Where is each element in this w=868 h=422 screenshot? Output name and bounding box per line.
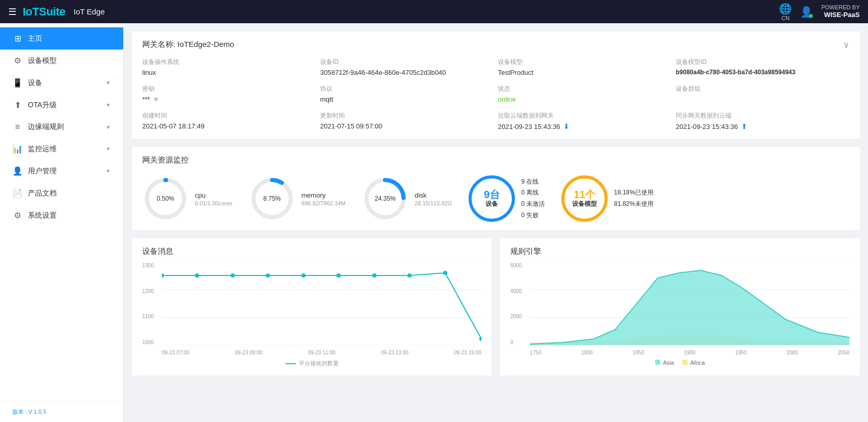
field-device-id: 设备ID 3058712f-9a46-464e-860e-4705c2d3b04… xyxy=(320,58,494,76)
download-cloud-icon[interactable]: ⬇ xyxy=(563,122,570,131)
line-chart-svg xyxy=(162,263,481,345)
sidebar-item-monitor[interactable]: 📊 监控运维 ▼ xyxy=(0,138,123,160)
sidebar-item-device[interactable]: 📱 设备 ▼ xyxy=(0,72,123,94)
memory-detail: 696.82/7962.34M xyxy=(302,200,346,206)
field-status-label: 状态 xyxy=(498,85,672,93)
disk-info: disk 28.15/115.62G xyxy=(414,191,452,206)
sidebar-item-user-mgmt[interactable]: 👤 用户管理 ▼ xyxy=(0,160,123,182)
product-doc-icon: 📄 xyxy=(12,188,23,198)
disk-donut: 24.35% disk 28.15/115.62G xyxy=(362,175,452,222)
user-menu[interactable]: 👤 xyxy=(800,6,813,18)
eye-icon[interactable]: 👁 xyxy=(153,96,159,103)
field-model-value: TestProduct xyxy=(498,69,672,76)
field-model-id-value: b9080a4b-c780-4053-ba7d-403a98594943 xyxy=(676,69,849,76)
field-sync-row: 2021-09-23 15:43:36 ⬆ xyxy=(676,122,849,131)
x-label-0700: 09-23 07:00 xyxy=(162,350,189,355)
svg-point-15 xyxy=(337,273,341,278)
svg-point-17 xyxy=(407,273,411,278)
asia-legend-label: Asia xyxy=(663,360,674,366)
devices-info: 9 在线 0 离线 0 未激活 0 失败 xyxy=(521,176,545,221)
sidebar-item-device-label: 设备 xyxy=(28,78,42,88)
x-label-1500: 09-23 15:00 xyxy=(454,350,481,355)
chevron-down-icon: ▼ xyxy=(106,80,111,86)
ota-icon: ⬆ xyxy=(12,100,23,110)
memory-percent-label: 8.75% xyxy=(263,195,281,202)
field-os: 设备操作系统 linux xyxy=(142,58,316,76)
sidebar-item-sys-settings-label: 系统设置 xyxy=(28,211,57,220)
header-right: 🌐 CN 👤 POWERED BY WISE-PaaS xyxy=(779,3,860,21)
device-models-info: 18.18%已使用 81.82%未使用 xyxy=(614,187,654,209)
field-secret-value: *** xyxy=(142,95,150,103)
sidebar-item-edge-rules[interactable]: ≡ 边缘端规则 ▼ xyxy=(0,116,123,138)
field-model-label: 设备模型 xyxy=(498,58,672,67)
devices-count: 9台 xyxy=(484,189,500,200)
field-os-value: linux xyxy=(142,69,316,76)
svg-point-10 xyxy=(162,273,164,278)
charts-row: 设备消息 1300 1200 1100 1000 xyxy=(132,238,860,376)
africa-legend-label: Africa xyxy=(690,360,705,366)
sidebar-item-home[interactable]: ⊞ 主页 xyxy=(0,27,123,50)
upload-cloud-icon[interactable]: ⬆ xyxy=(741,122,747,131)
edge-rules-icon: ≡ xyxy=(12,122,23,132)
devices-inactive: 0 未激活 xyxy=(521,199,545,210)
sidebar-item-edge-rules-label: 边缘端规则 xyxy=(28,122,64,132)
disk-donut-chart: 24.35% xyxy=(362,175,408,222)
sidebar-item-product-doc[interactable]: 📄 产品文档 xyxy=(0,182,123,204)
sidebar-item-device-model[interactable]: ⚙ 设备模型 xyxy=(0,50,123,72)
area-x-labels: 1750 1800 1850 1900 1950 2000 2050 xyxy=(530,350,849,355)
version-value: : V 1.0.5 xyxy=(25,409,46,415)
svg-point-16 xyxy=(372,273,376,278)
collapse-icon[interactable]: ∨ xyxy=(843,40,849,50)
sys-settings-icon: ⚙ xyxy=(12,210,23,220)
field-os-label: 设备操作系统 xyxy=(142,58,316,67)
area-chart-plot xyxy=(530,263,849,345)
memory-info: memory 696.82/7962.34M xyxy=(302,191,346,206)
sidebar-nav: ⊞ 主页 ⚙ 设备模型 📱 设备 ▼ ⬆ OTA升级 ▼ ≡ 边缘端规则 ▼ xyxy=(0,23,123,401)
x-label-1100: 09-23 11:00 xyxy=(308,350,335,355)
field-model-id: 设备模型ID b9080a4b-c780-4053-ba7d-403a98594… xyxy=(676,58,849,76)
field-sync: 同步网关数据到云端 2021-09-23 15:43:36 ⬆ xyxy=(676,111,849,131)
field-sync-value: 2021-09-23 15:43:36 xyxy=(676,123,738,131)
area-x-1950: 1950 xyxy=(736,350,747,355)
field-device-group: 设备群组 xyxy=(676,85,849,103)
monitor-title: 网关资源监控 xyxy=(142,155,849,165)
language-selector[interactable]: 🌐 CN xyxy=(779,3,792,21)
area-x-1750: 1750 xyxy=(530,350,541,355)
field-pull-label: 拉取云端数据到网关 xyxy=(498,111,672,120)
monitor-grid: 0.50% cpu 0.01/1.00cores 8.75% xyxy=(142,175,849,222)
logo: IoTSuite xyxy=(23,5,65,19)
sidebar-item-sys-settings[interactable]: ⚙ 系统设置 xyxy=(0,204,123,226)
cpu-name: cpu xyxy=(195,191,232,199)
menu-icon[interactable]: ☰ xyxy=(8,6,16,18)
brand-line2: WISE-PaaS xyxy=(824,11,860,19)
devices-ring: 9台 设备 xyxy=(469,175,515,222)
globe-icon: 🌐 xyxy=(779,3,792,15)
svg-point-11 xyxy=(195,273,199,278)
chevron-down-icon-2: ▼ xyxy=(106,102,111,108)
monitor-card: 网关资源监控 0.50% cpu 0.01/1.00cores xyxy=(132,147,860,230)
area-chart-area: 6000 4000 2000 0 xyxy=(510,263,849,355)
line-chart-area: 1300 1200 1100 1000 xyxy=(142,263,481,355)
sidebar-item-home-label: 主页 xyxy=(28,34,42,43)
device-models-unused: 81.82%未使用 xyxy=(614,199,654,210)
sidebar-item-ota[interactable]: ⬆ OTA升级 ▼ xyxy=(0,94,123,116)
field-secret-row: *** 👁 xyxy=(142,95,316,103)
chevron-down-icon-4: ▼ xyxy=(106,146,111,152)
chevron-down-icon-5: ▼ xyxy=(106,168,111,174)
device-models-label: 设备模型 xyxy=(572,200,597,208)
cpu-percent-label: 0.50% xyxy=(157,195,174,202)
devices-offline: 0 离线 xyxy=(521,187,545,199)
gateway-header: 网关名称: IoTEdge2-Demo ∨ xyxy=(142,40,849,50)
devices-circle: 9台 设备 9 在线 0 离线 0 未激活 0 失败 xyxy=(469,175,545,222)
sidebar-footer: 版本 : V 1.0.5 xyxy=(0,401,123,422)
legend-asia: Asia xyxy=(655,360,674,366)
field-pull-value: 2021-09-23 15:43:36 xyxy=(498,123,560,131)
field-secret: 密钥 *** 👁 xyxy=(142,85,316,103)
area-x-2000: 2000 xyxy=(787,350,798,355)
field-protocol: 协议 mqtt xyxy=(320,85,494,103)
cpu-info: cpu 0.01/1.00cores xyxy=(195,191,232,206)
y-label-1300: 1300 xyxy=(142,263,162,268)
app-name: IoT Edge xyxy=(74,7,105,16)
field-device-id-label: 设备ID xyxy=(320,58,494,67)
device-models-count: 11个 xyxy=(574,189,595,200)
